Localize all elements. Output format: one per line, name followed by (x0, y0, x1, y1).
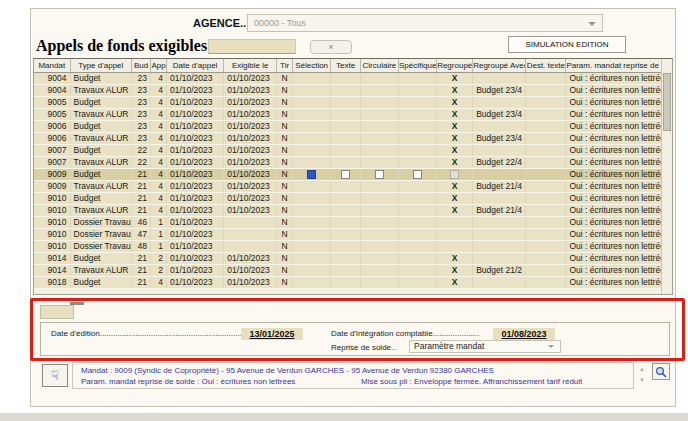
table-row[interactable]: 9005Travaux ALUR23401/10/202301/10/2023N… (34, 108, 663, 120)
table-row[interactable]: 9014Travaux ALUR21201/10/202301/10/2023N… (34, 264, 663, 276)
circulaire-checkbox[interactable] (375, 170, 384, 179)
scroll-up-icon[interactable]: ▲ (637, 364, 647, 375)
table-scrollbar[interactable] (661, 59, 672, 294)
mandat-info-box: Mandat : 9009 (Syndic de Copropriété) - … (72, 362, 634, 389)
column-header[interactable]: Circulaire (360, 59, 398, 72)
column-header[interactable]: Texte (331, 59, 361, 72)
date-integration-value[interactable]: 01/08/2023 (493, 328, 555, 340)
info-scroll-arrows[interactable]: ▲ ▼ (637, 364, 647, 387)
chevron-down-icon (548, 345, 554, 348)
reprise-select-value: Paramètre mandat (414, 341, 484, 351)
table-row[interactable]: 9010Budget21401/10/202301/10/2023NXOui :… (34, 192, 663, 204)
column-header[interactable]: Param. mandat reprise de solde (566, 59, 663, 72)
selection-checkbox[interactable] (307, 170, 316, 179)
column-header[interactable]: App (151, 59, 167, 72)
hand-down-icon: ☟ (51, 368, 59, 383)
table-row[interactable]: 9010Dossier Travaux48101/10/2023NOui : é… (34, 240, 663, 252)
column-header[interactable]: Spécifique (399, 59, 437, 72)
table-row[interactable]: 9007Budget22401/10/202301/10/2023NXOui :… (34, 144, 663, 156)
table-row[interactable]: 9010Dossier Travaux46101/10/2023NOui : é… (34, 216, 663, 228)
date-edition-label: Date d'édition..........................… (51, 329, 271, 338)
appels-table: MandatType d'appelBudAppDate d'appelExig… (33, 58, 673, 295)
specifique-checkbox[interactable] (413, 170, 422, 179)
appels-table-grid: MandatType d'appelBudAppDate d'appelExig… (34, 59, 663, 289)
reprise-label: Reprise de solde.. (331, 343, 395, 352)
mandat-info-line2-left: Param. mandat reprise de solde : Oui : é… (81, 377, 295, 386)
date-edition-value[interactable]: 13/01/2025 (241, 328, 303, 340)
column-header[interactable]: Tir (277, 59, 293, 72)
table-row[interactable]: 9006Travaux ALUR23401/10/202301/10/2023N… (34, 132, 663, 144)
column-header[interactable]: Regroupé (437, 59, 473, 72)
texte-checkbox[interactable] (341, 170, 350, 179)
table-row[interactable]: 9006Budget23401/10/202301/10/2023NXOui :… (34, 120, 663, 132)
table-row[interactable]: 9004Budget23401/10/202301/10/2023NXOui :… (34, 72, 663, 84)
column-header[interactable]: Date d'appel (166, 59, 223, 72)
reprise-select[interactable]: Paramètre mandat (409, 340, 561, 353)
table-row[interactable]: 9005Budget23401/10/202301/10/2023NXOui :… (34, 96, 663, 108)
table-row[interactable]: 9004Travaux ALUR23401/10/202301/10/2023N… (34, 84, 663, 96)
chevron-down-icon (588, 22, 596, 26)
clear-date-button[interactable]: × (310, 40, 352, 54)
agence-select[interactable]: 00000 - Tous (247, 14, 603, 32)
zoom-button[interactable] (652, 363, 670, 380)
table-row[interactable]: 9007Travaux ALUR22401/10/202301/10/2023N… (34, 156, 663, 168)
exigible-date-input[interactable] (208, 39, 296, 54)
edition-panel: Date d'édition..........................… (40, 322, 670, 356)
table-header-row: MandatType d'appelBudAppDate d'appelExig… (34, 59, 663, 72)
scroll-down-icon[interactable]: ▼ (637, 375, 647, 386)
table-scrollbar-thumb[interactable] (663, 73, 671, 131)
column-header[interactable]: Sélection (293, 59, 331, 72)
column-header[interactable]: Mandat (34, 59, 70, 72)
simulation-edition-button[interactable]: SIMULATION EDITION (508, 36, 626, 53)
table-row[interactable]: 9009Travaux ALUR21401/10/202301/10/2023N… (34, 180, 663, 192)
mini-field[interactable] (40, 305, 74, 319)
screen: AGENCE.......... 00000 - Tous Appels de … (0, 0, 688, 421)
table-row[interactable]: 9010Travaux ALUR21401/10/202301/10/2023N… (34, 204, 663, 216)
hand-pointer-button[interactable]: ☟ (42, 364, 68, 387)
date-integration-label: Date d'intégration comptable............… (331, 329, 496, 338)
column-header[interactable]: Type d'appel (70, 59, 131, 72)
window-bottom-strip (0, 413, 688, 421)
table-row[interactable]: 9014Budget21201/10/202301/10/2023NXOui :… (34, 252, 663, 264)
mandat-info-line1: Mandat : 9009 (Syndic de Copropriété) - … (81, 366, 494, 375)
column-header[interactable]: Dest. texte (526, 59, 566, 72)
table-row[interactable]: 9010Dossier Travaux47101/10/2023NOui : é… (34, 228, 663, 240)
magnifier-icon (655, 366, 667, 378)
agence-select-value: 00000 - Tous (254, 18, 306, 28)
regroupe-checkbox[interactable] (450, 170, 459, 179)
column-header[interactable]: Regroupé Avec (473, 59, 526, 72)
column-header[interactable]: Bud (132, 59, 151, 72)
mandat-info-line2-right: Mise sous pli : Enveloppe fermée. Affran… (361, 377, 582, 386)
table-row[interactable]: 9018Budget21401/10/202301/10/2023NXOui :… (34, 276, 663, 288)
column-header[interactable]: Exigible le (224, 59, 277, 72)
page-title: Appels de fonds exigibles le.. (36, 37, 231, 55)
table-body: 9004Budget23401/10/202301/10/2023NXOui :… (34, 72, 663, 288)
table-row[interactable]: 9009Budget21401/10/202301/10/2023NOui : … (34, 168, 663, 180)
